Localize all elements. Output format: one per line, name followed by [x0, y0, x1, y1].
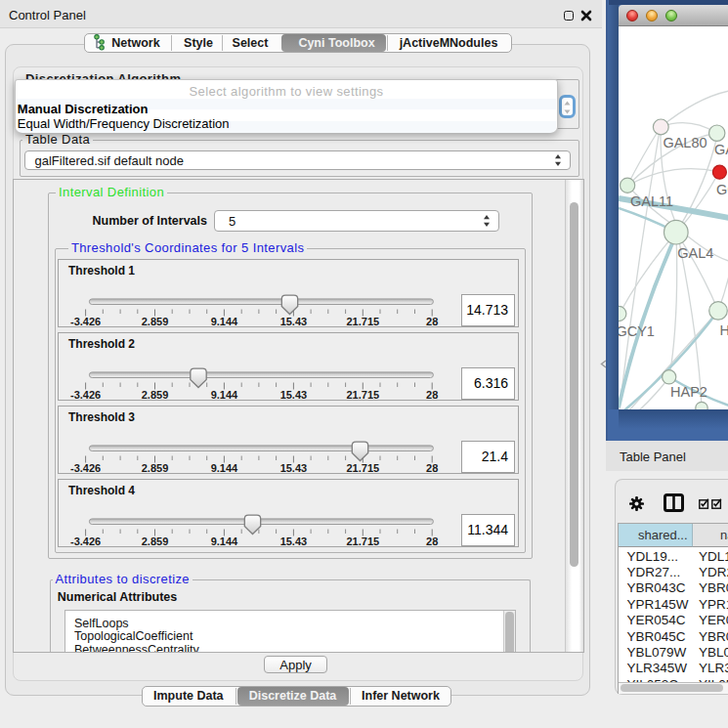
svg-text:HIS: HIS [719, 322, 728, 338]
svg-text:21.715: 21.715 [346, 389, 379, 401]
svg-text:-3.426: -3.426 [70, 389, 101, 401]
svg-text:2.859: 2.859 [142, 535, 169, 547]
svg-text:15.43: 15.43 [280, 316, 308, 327]
svg-text:GCY1: GCY1 [619, 323, 655, 339]
svg-text:21.715: 21.715 [346, 535, 379, 547]
svg-text:-3.426: -3.426 [70, 316, 101, 327]
svg-text:9.144: 9.144 [211, 316, 238, 327]
svg-text:2.859: 2.859 [142, 462, 169, 474]
svg-text:28: 28 [426, 316, 438, 327]
svg-text:GAL4: GAL4 [677, 245, 713, 261]
svg-text:HAP2: HAP2 [670, 384, 707, 400]
svg-text:21.715: 21.715 [346, 462, 379, 474]
svg-text:-3.426: -3.426 [70, 462, 101, 474]
svg-text:28: 28 [426, 462, 438, 474]
svg-text:28: 28 [426, 389, 438, 401]
svg-text:9.144: 9.144 [211, 535, 238, 547]
svg-text:GAL1: GAL1 [714, 142, 728, 157]
svg-text:15.43: 15.43 [280, 535, 308, 547]
svg-text:28: 28 [426, 535, 438, 547]
svg-text:2.859: 2.859 [142, 316, 169, 327]
svg-text:9.144: 9.144 [211, 462, 238, 474]
svg-text:GAL80: GAL80 [663, 135, 707, 150]
svg-text:2.859: 2.859 [142, 389, 169, 401]
svg-text:9.144: 9.144 [211, 389, 238, 401]
svg-text:GCN: GCN [716, 182, 728, 197]
svg-text:GAL11: GAL11 [629, 193, 672, 209]
svg-text:-3.426: -3.426 [70, 535, 101, 547]
svg-text:21.715: 21.715 [346, 316, 379, 327]
svg-text:15.43: 15.43 [280, 462, 308, 474]
svg-text:15.43: 15.43 [280, 389, 308, 401]
